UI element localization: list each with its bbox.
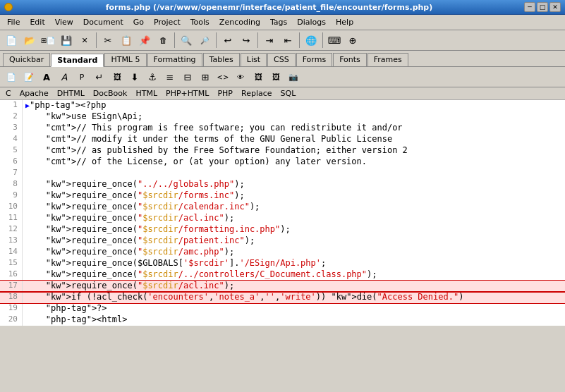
table-row: 6 "cmt">// of the License, or (at your o… <box>0 157 565 168</box>
code-line: "kw">require_once("$srcdir/acl.inc"); <box>22 213 565 224</box>
redo-button[interactable]: ↪ <box>238 32 255 49</box>
tag-tabs: QuickbarStandardHTML 5FormattingTablesLi… <box>0 51 565 67</box>
icon2[interactable]: 📝 <box>20 68 37 85</box>
table-row: 14 "kw">require_once("$srcdir/amc.php"); <box>0 247 565 258</box>
code-line: "kw">require_once("$srcdir/../controller… <box>22 269 565 281</box>
code-line: "php-tag">?> <box>22 303 565 314</box>
img4-icon[interactable]: 📷 <box>285 68 302 85</box>
table-row: 10 "kw">require_once("$srcdir/calendar.i… <box>0 202 565 213</box>
close-button2[interactable]: ✕ <box>76 32 93 49</box>
line-number: 6 <box>0 157 22 168</box>
table-row: 18 "kw">if (!acl_check('encounters','not… <box>0 292 565 303</box>
minimize-button[interactable]: ─ <box>524 2 535 12</box>
outdent-button[interactable]: ⇤ <box>279 32 296 49</box>
menu-item-tags[interactable]: Tags <box>266 16 291 28</box>
maximize-button[interactable]: □ <box>537 2 548 12</box>
search-button[interactable]: 🔍 <box>178 32 195 49</box>
code-line <box>22 168 565 179</box>
code-line: "cmt">// as published by the Free Softwa… <box>22 145 565 157</box>
line-number: 19 <box>0 303 22 314</box>
code-line: "kw">require_once("../../globals.php"); <box>22 179 565 190</box>
align3-icon[interactable]: ⊞ <box>197 68 214 85</box>
line-number: 11 <box>0 213 22 224</box>
line-number: 14 <box>0 247 22 258</box>
undo-button[interactable]: ↩ <box>219 32 236 49</box>
pre-icon[interactable]: P <box>73 68 90 85</box>
open-button[interactable]: 📂 <box>21 32 38 49</box>
code-icon[interactable]: <> <box>214 68 231 85</box>
code-line: "kw">require_once("$srcdir/formatting.in… <box>22 224 565 235</box>
enter-icon[interactable]: ↵ <box>91 68 108 85</box>
line-number: 18 <box>0 292 22 303</box>
text-align-icon[interactable]: ≡ <box>162 68 178 85</box>
code-line: "php-tag"><html> <box>22 314 565 326</box>
menu-item-edit[interactable]: Edit <box>25 16 49 28</box>
menu-item-tools[interactable]: Tools <box>186 16 214 28</box>
tag-tab-quickbar[interactable]: Quickbar <box>3 53 50 66</box>
bold-icon[interactable]: A <box>38 68 55 85</box>
menu-item-document[interactable]: Document <box>79 16 128 28</box>
anchor-icon[interactable]: ⚓ <box>144 68 161 85</box>
tag-cat-apache[interactable]: Apache <box>20 89 49 98</box>
menu-item-help[interactable]: Help <box>332 16 358 28</box>
indent-button[interactable]: ⇥ <box>261 32 278 49</box>
line-number: 7 <box>0 168 22 179</box>
tag-cat-php+html[interactable]: PHP+HTML <box>166 89 209 98</box>
tag-cat-php[interactable]: PHP <box>217 89 233 98</box>
new-button[interactable]: 📄 <box>3 32 20 49</box>
code-line: "kw">require_once("$srcdir/calendar.inc"… <box>22 202 565 213</box>
table-row: 2 "kw">use ESign\Api; <box>0 111 565 123</box>
cursor-button[interactable]: ⊕ <box>344 32 361 49</box>
img2-icon[interactable]: 🖼 <box>250 68 267 85</box>
tag-cat-docbook[interactable]: DocBook <box>93 89 128 98</box>
menu-item-dialogs[interactable]: Dialogs <box>293 16 330 28</box>
tag-tab-css[interactable]: CSS <box>267 53 296 66</box>
tag-cat-dhtml[interactable]: DHTML <box>57 89 85 98</box>
code-line: "cmt">// This program is free software; … <box>22 123 565 134</box>
toolbar-sep3 <box>216 32 217 48</box>
delete-button[interactable]: 🗑 <box>154 32 171 49</box>
tag-tab-frames[interactable]: Frames <box>367 53 408 66</box>
close-button[interactable]: ✕ <box>549 2 561 12</box>
menu-item-view[interactable]: View <box>51 16 78 28</box>
line-number: 9 <box>0 190 22 202</box>
code-line: "kw">require_once($GLOBALS['$srcdir'].'/… <box>22 258 565 269</box>
tag-tab-formatting[interactable]: Formatting <box>147 53 202 66</box>
tag-tab-html-5[interactable]: HTML 5 <box>104 53 146 66</box>
toolbar-sep1 <box>96 32 97 48</box>
tag-cat-c[interactable]: C <box>6 89 11 98</box>
tag-tab-forms[interactable]: Forms <box>296 53 332 66</box>
line-number: 16 <box>0 269 22 281</box>
line-number: 17 <box>0 281 22 292</box>
save-all-button[interactable]: ⊞📄 <box>40 32 56 49</box>
copy-button[interactable]: 📋 <box>118 32 135 49</box>
tag-tab-list[interactable]: List <box>241 53 267 66</box>
menu-item-project[interactable]: Project <box>150 16 185 28</box>
img3-icon[interactable]: 🖼 <box>267 68 284 85</box>
preview-icon[interactable]: 👁 <box>232 68 249 85</box>
keyboard-button[interactable]: ⌨ <box>326 32 343 49</box>
window-dot <box>4 3 13 11</box>
globe-button[interactable]: 🌐 <box>303 32 320 49</box>
replace-button[interactable]: 🔎 <box>196 32 213 49</box>
icon1[interactable]: 📄 <box>3 68 20 85</box>
tag-cat-sql[interactable]: SQL <box>281 89 296 98</box>
table-row: 12 "kw">require_once("$srcdir/formatting… <box>0 224 565 235</box>
save-button[interactable]: 💾 <box>58 32 75 49</box>
tag-tab-tables[interactable]: Tables <box>203 53 240 66</box>
menu-item-go[interactable]: Go <box>129 16 148 28</box>
menu-item-file[interactable]: File <box>3 16 24 28</box>
tag-tab-standard[interactable]: Standard <box>51 54 104 67</box>
menu-item-zencoding[interactable]: Zencoding <box>215 16 265 28</box>
italic-icon[interactable]: A <box>56 68 73 85</box>
img-icon[interactable]: 🖼 <box>109 68 126 85</box>
cut-button[interactable]: ✂ <box>99 32 116 49</box>
tag-cat-replace[interactable]: Replace <box>241 89 272 98</box>
toolbar-sep2 <box>174 32 175 48</box>
paste-button[interactable]: 📌 <box>136 32 153 49</box>
code-editor[interactable]: 1▶"php-tag"><?php2 "kw">use ESign\Api;3 … <box>0 100 565 326</box>
tag-cat-html[interactable]: HTML <box>135 89 157 98</box>
align2-icon[interactable]: ⊟ <box>179 68 196 85</box>
tag-tab-fonts[interactable]: Fonts <box>333 53 367 66</box>
down-icon[interactable]: ⬇ <box>126 68 143 85</box>
